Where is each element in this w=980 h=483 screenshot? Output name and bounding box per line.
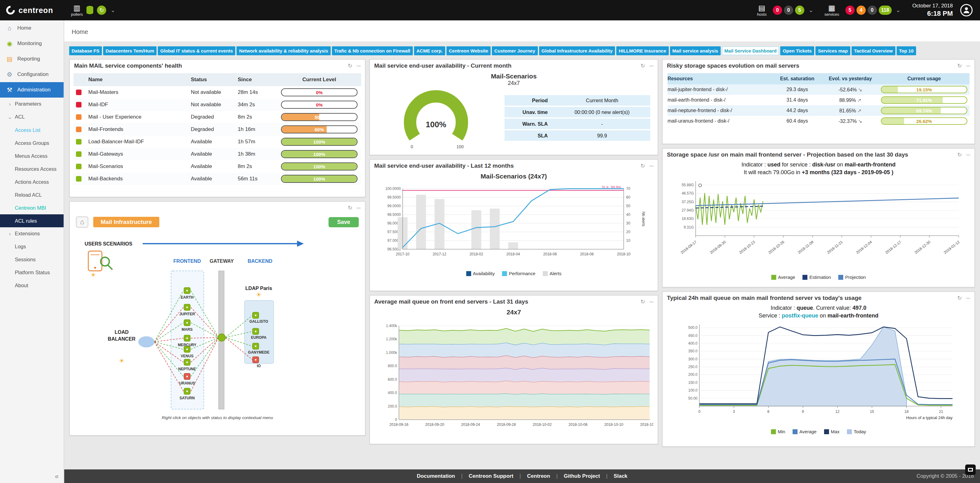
- refresh-icon[interactable]: ↻: [640, 63, 645, 69]
- sidebar-item-extensions[interactable]: ›Extensions: [0, 227, 64, 240]
- chevron-down-icon[interactable]: ⌄: [896, 7, 900, 14]
- infrastructure-badge[interactable]: Mail Infrastructure: [93, 217, 159, 227]
- refresh-icon[interactable]: ↻: [957, 295, 962, 301]
- centreon-logo[interactable]: centreon: [0, 6, 65, 15]
- table-row[interactable]: mail-earth-frontend - disk-/31.4 days88.…: [668, 95, 969, 105]
- footer-link-slack[interactable]: Slack: [608, 473, 633, 479]
- service-status-badge[interactable]: 0: [868, 6, 877, 15]
- table-row[interactable]: Mail - User ExperienceDegraded8m 2s50%: [73, 111, 361, 123]
- tab-network-availability-reliability-analysis[interactable]: Network availability & reliability analy…: [237, 46, 330, 55]
- sidebar-item-centreon-mbi[interactable]: Centreon MBI: [0, 201, 64, 214]
- footer-link-github-project[interactable]: Github Project: [558, 473, 606, 479]
- tab-services-map[interactable]: Services map: [815, 46, 850, 55]
- table-row[interactable]: mail-neptune-frontend - disk-/44.2 days8…: [668, 105, 969, 116]
- footer-link-documentation[interactable]: Documentation: [410, 473, 461, 479]
- chevron-down-icon[interactable]: ⌄: [111, 7, 115, 14]
- tab-datacenters-tem-hum[interactable]: Datacenters Tem/Hum: [103, 46, 156, 55]
- infrastructure-diagram[interactable]: USERS SCENARIOS☀☀☀FRONTENDGATEWAYBACKEND…: [70, 228, 365, 413]
- sidebar-item-monitoring[interactable]: ◉Monitoring: [0, 36, 64, 51]
- refresh-icon[interactable]: ↻: [640, 163, 645, 169]
- collapse-icon[interactable]: ─: [966, 295, 970, 301]
- service-status-badge[interactable]: 5: [845, 6, 854, 15]
- sidebar-item-access-list[interactable]: Access List: [0, 124, 64, 137]
- sidebar-item-logs[interactable]: Logs: [0, 240, 64, 253]
- sidebar-item-reload-acl[interactable]: Reload ACL: [0, 188, 64, 201]
- legend-item-max: Max: [824, 429, 840, 434]
- sidebar-item-parameters[interactable]: ›Parameters: [0, 97, 64, 110]
- home-icon[interactable]: ⌂: [76, 217, 88, 228]
- refresh-icon[interactable]: ↻: [957, 63, 962, 69]
- host-status-badge[interactable]: 5: [795, 6, 804, 15]
- user-avatar[interactable]: [960, 4, 973, 16]
- tab-mail-service-dashboard[interactable]: Mail Service Dashboard: [722, 46, 779, 55]
- sidebar-item-home[interactable]: ⌂Home: [0, 21, 64, 36]
- collapse-icon[interactable]: ─: [966, 152, 970, 158]
- tab-customer-journey[interactable]: Customer Journey: [492, 46, 538, 55]
- component-status: Available: [191, 176, 238, 182]
- kiosk-mode-button[interactable]: [965, 464, 976, 475]
- sidebar-item-platform-status[interactable]: Platform Status: [0, 266, 64, 279]
- collapse-icon[interactable]: ─: [649, 299, 653, 304]
- tab-global-it-status-current-events[interactable]: Global IT status & current events: [158, 46, 235, 55]
- export-config-icon[interactable]: ↻: [97, 6, 106, 15]
- table-row[interactable]: Mail-BackendsAvailable56m 11s100%: [73, 173, 361, 185]
- table-row[interactable]: Mail-ScenariosAvailable8m 2s100%: [73, 160, 361, 173]
- table-row[interactable]: Mail-GatewaysAvailable1h 38m100%: [73, 148, 361, 160]
- infrastructure-footnote: Right click on objects with status to di…: [70, 415, 365, 420]
- table-row[interactable]: Mail-IDFNot available34m 2s0%: [73, 99, 361, 111]
- host-status-badge[interactable]: 0: [784, 6, 793, 15]
- sidebar-collapse-button[interactable]: «: [55, 472, 59, 481]
- chevron-down-icon[interactable]: ⌄: [809, 7, 813, 14]
- service-status-badge[interactable]: 4: [856, 6, 866, 15]
- refresh-icon[interactable]: ↻: [348, 63, 352, 69]
- tab-hillmore-insurance[interactable]: HILLMORE Insurance: [616, 46, 668, 55]
- breadcrumb-home-link[interactable]: Home: [72, 29, 88, 35]
- table-row[interactable]: Mail-FrontendsDegraded1h 16m60%: [73, 123, 361, 135]
- tab-trafic-nb-connection-on-firewall[interactable]: Trafic & Nb connection on Firewall: [332, 46, 413, 55]
- services-label: services: [824, 12, 839, 16]
- component-name: Mail - User Experience: [88, 114, 191, 120]
- tab-acme-corp[interactable]: ACME corp.: [414, 46, 445, 55]
- sidebar-item-reporting[interactable]: ▤Reporting: [0, 51, 64, 67]
- sidebar-item-menus-access[interactable]: Menus Access: [0, 150, 64, 163]
- refresh-icon[interactable]: ↻: [640, 299, 645, 304]
- collapse-icon[interactable]: ─: [649, 63, 653, 69]
- sidebar-item-actions-access[interactable]: Actions Access: [0, 175, 64, 188]
- sidebar-item-acl-rules[interactable]: ACL rules: [0, 214, 64, 227]
- tab-global-infrastructure-availability[interactable]: Global Infrastructure Availability: [539, 46, 616, 55]
- collapse-icon[interactable]: ─: [356, 63, 361, 69]
- service-status-badge[interactable]: 118: [879, 6, 892, 15]
- tab-database-fs[interactable]: Database FS: [69, 46, 102, 55]
- table-row[interactable]: Mail-MastersNot available28m 14s0%: [73, 86, 361, 99]
- pollers-cluster[interactable]: ▥ pollers ↻ ⌄: [71, 4, 115, 16]
- tab-tactical-overview[interactable]: Tactical Overview: [851, 46, 896, 55]
- tab-centreon-website[interactable]: Centreon Website: [447, 46, 491, 55]
- sidebar-item-administration[interactable]: ⚒Administration: [0, 82, 64, 97]
- tab-open-tickets[interactable]: Open Tickets: [780, 46, 814, 55]
- tab-mail-service-analysis[interactable]: Mail service analysis: [670, 46, 721, 55]
- footer-link-centreon[interactable]: Centreon: [521, 473, 556, 479]
- table-row[interactable]: Load-Balancer-Mail-IDFAvailable1h 57m100…: [73, 135, 361, 148]
- tab-top-10[interactable]: Top 10: [897, 46, 916, 55]
- table-row[interactable]: mail-jupiter-frontend - disk-/29.3 days-…: [668, 84, 969, 95]
- hosts-label: hosts: [757, 12, 767, 16]
- hosts-status-cluster[interactable]: ▤ hosts 005 ⌄: [757, 4, 813, 16]
- services-status-cluster[interactable]: ▦ services 540118 ⌄: [824, 4, 900, 16]
- table-row[interactable]: mail-uranus-frontend - disk-/60.4 days-3…: [668, 116, 969, 126]
- sidebar-item-about[interactable]: About: [0, 279, 64, 292]
- svg-text:2018-04: 2018-04: [506, 252, 520, 256]
- footer-link-centreon-support[interactable]: Centreon Support: [463, 473, 520, 479]
- sidebar-item-access-groups[interactable]: Access Groups: [0, 137, 64, 150]
- sidebar-item-acl[interactable]: ⌄ACL: [0, 110, 64, 124]
- save-button[interactable]: Save: [329, 217, 359, 227]
- sidebar-item-configuration[interactable]: ⚙Configuration: [0, 67, 64, 82]
- gateway-node[interactable]: [218, 334, 225, 341]
- collapse-icon[interactable]: ─: [649, 163, 653, 169]
- sidebar-item-sessions[interactable]: Sessions: [0, 253, 64, 266]
- collapse-icon[interactable]: ─: [966, 63, 970, 69]
- host-status-badge[interactable]: 0: [773, 6, 782, 15]
- sidebar-item-resources-access[interactable]: Resources Access: [0, 163, 64, 175]
- collapse-icon[interactable]: ─: [356, 205, 361, 210]
- refresh-icon[interactable]: ↻: [957, 152, 962, 158]
- refresh-icon[interactable]: ↻: [348, 205, 352, 210]
